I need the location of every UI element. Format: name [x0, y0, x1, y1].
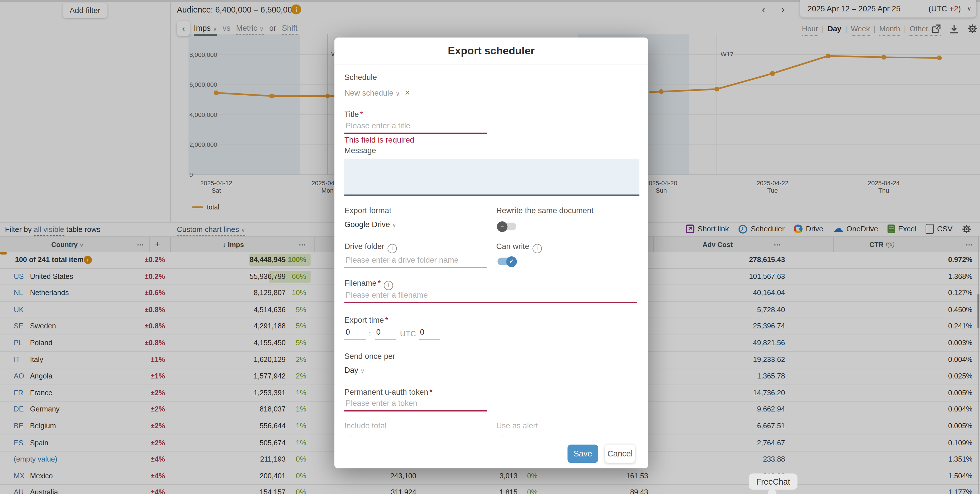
- export-minute-input[interactable]: [375, 328, 396, 340]
- export-format-label: Export format: [344, 206, 391, 215]
- freechat-widget[interactable]: FreeChat: [749, 473, 797, 490]
- title-error: This field is required: [344, 136, 414, 145]
- export-time-label: Export time*: [344, 316, 388, 325]
- dialog-footer: Save Cancel: [334, 443, 648, 469]
- utc-offset-input[interactable]: [418, 328, 440, 340]
- can-write-toggle[interactable]: ✓: [497, 258, 516, 265]
- title-input[interactable]: [344, 121, 487, 134]
- schedule-label: Schedule: [344, 73, 377, 82]
- export-scheduler-dialog: Export scheduler Schedule New schedule ∨…: [334, 38, 648, 469]
- title-label: Title*: [344, 110, 363, 119]
- schedule-select[interactable]: New schedule ∨×: [344, 88, 410, 97]
- chevron-down-icon: ∨: [392, 222, 396, 228]
- send-once-label: Send once per: [344, 352, 395, 361]
- send-once-select[interactable]: Day ∨: [344, 366, 364, 375]
- utc-label: UTC: [400, 330, 416, 338]
- dialog-title: Export scheduler: [334, 45, 648, 57]
- info-icon[interactable]: i: [384, 280, 393, 290]
- save-button[interactable]: Save: [568, 445, 598, 463]
- chevron-down-icon: ∨: [396, 91, 399, 97]
- app-root: 02,000,0004,000,0006,000,0008,000,000W16…: [0, 0, 980, 494]
- toggle-knob: ✓: [506, 256, 517, 267]
- token-input[interactable]: [344, 399, 487, 411]
- can-write-label: Can writei: [496, 242, 542, 253]
- chevron-down-icon: ∨: [360, 368, 364, 374]
- message-label: Message: [344, 146, 376, 155]
- export-hour-input[interactable]: [344, 328, 366, 340]
- rewrite-label: Rewrite the same document: [496, 206, 593, 215]
- filename-label: Filename*i: [344, 279, 393, 290]
- scroll-fade: [334, 413, 648, 444]
- filename-input[interactable]: [344, 291, 637, 303]
- token-label: Permanent u-auth token*: [344, 388, 433, 397]
- drive-folder-input[interactable]: [344, 256, 487, 268]
- clear-schedule-icon[interactable]: ×: [405, 88, 410, 97]
- message-textarea[interactable]: [344, 159, 639, 196]
- export-format-select[interactable]: Google Drive ∨: [344, 220, 396, 229]
- drive-folder-label: Drive folderi: [344, 242, 397, 253]
- info-icon[interactable]: i: [387, 244, 397, 253]
- dialog-header-divider: [334, 64, 648, 64]
- info-icon[interactable]: i: [532, 244, 542, 253]
- cancel-button[interactable]: Cancel: [605, 445, 635, 463]
- toggle-knob: –: [497, 221, 508, 232]
- rewrite-toggle[interactable]: –: [497, 223, 516, 230]
